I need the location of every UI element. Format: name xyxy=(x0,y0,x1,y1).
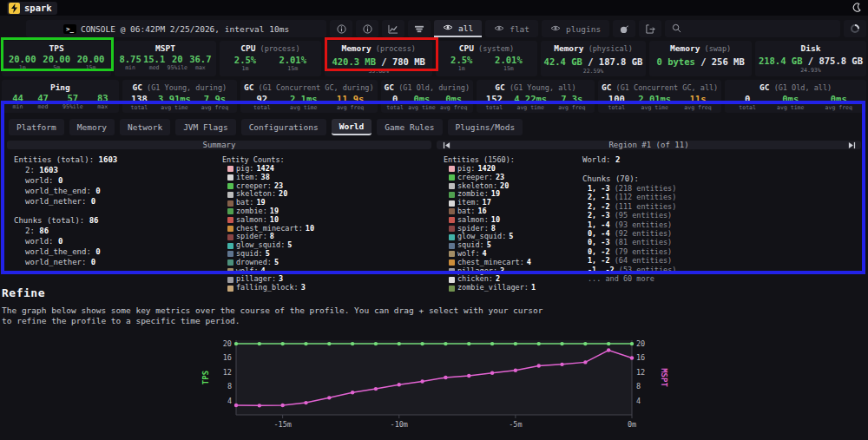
totals-row: 2: 1603 xyxy=(14,165,222,175)
flame-graph-button[interactable] xyxy=(408,20,431,37)
stat-label: total xyxy=(608,104,626,111)
view-toggle-all-label: all xyxy=(458,23,473,33)
stat-value: 0 xyxy=(392,94,398,104)
entity-row: zombie_villager: 1 xyxy=(444,284,582,292)
stat-total-value: / 875.8 GB xyxy=(802,56,863,66)
tab-jvm-flags[interactable]: JVM Flags xyxy=(175,119,235,135)
stat-cell: 0msavg freq xyxy=(440,94,467,111)
glow_squid-icon xyxy=(227,243,233,249)
svg-text:12: 12 xyxy=(636,368,645,377)
stat-value: 0ms xyxy=(782,94,799,104)
metadata-button[interactable] xyxy=(356,20,378,37)
world-totals-list: Entities (total): 16032: 1603world: 0wor… xyxy=(14,154,222,292)
skip-previous-icon[interactable] xyxy=(438,141,454,149)
region-chunks-column: World: 2 Chunks (70): 1, -3 (218 entitie… xyxy=(582,154,858,292)
stat-widget-title: TPS xyxy=(5,43,108,53)
stat-cell: 3.91msavg time xyxy=(158,94,191,111)
zombie-icon xyxy=(227,208,233,214)
chest_minecart-icon xyxy=(227,226,233,232)
search-input[interactable] xyxy=(687,24,833,34)
stat-widget-title: MSPT xyxy=(118,43,212,53)
stat-value: 138 xyxy=(131,94,148,104)
stat-widget-memory-physical-: Memory (physical)42.4 GB / 187.8 GB22.59… xyxy=(541,41,647,76)
tab-world[interactable]: World xyxy=(332,119,372,135)
region-panel-title: Region #1 (of 11) xyxy=(437,141,861,149)
chunk-row: 2, -2 (111 entities) xyxy=(582,202,858,211)
tab-plugins-mods[interactable]: Plugins/Mods xyxy=(448,119,523,135)
stat-value: 4.22ms xyxy=(514,94,547,104)
totals-row: world_the_end: 0 xyxy=(14,186,222,196)
stat-widget-title: Memory (process) xyxy=(328,43,429,54)
top-bar: spark xyxy=(0,0,868,16)
totals-row: world_the_end: 0 xyxy=(14,246,222,257)
svg-text:TPS: TPS xyxy=(201,371,210,384)
stat-title-text: GC xyxy=(495,82,504,92)
chunk-row: 0, -2 (79 entities) xyxy=(582,247,858,256)
view-toggle-flat[interactable]: flat xyxy=(485,20,538,37)
stat-label: min xyxy=(125,64,135,71)
bomb-button[interactable] xyxy=(613,20,635,37)
stat-widget-title: GC (G1 Old, all) xyxy=(728,82,863,93)
stat-label: avg time xyxy=(290,104,317,111)
eye-icon xyxy=(443,23,453,33)
stat-widget-title: Disk xyxy=(759,43,863,53)
stat-title-suffix: (physical) xyxy=(584,44,633,53)
view-toggle-plugins[interactable]: plugins xyxy=(542,20,609,37)
tab-platform[interactable]: Platform xyxy=(9,119,64,135)
stat-cell: 15.1med xyxy=(143,54,165,71)
metrics-chart-svg[interactable]: 4488121216162020-15m-10m-5m0mTPSMSPT xyxy=(200,330,668,437)
search-icon xyxy=(672,23,681,35)
stat-widget-ping: Ping44min47med5795%ile83max xyxy=(2,80,119,113)
line-chart-button[interactable] xyxy=(382,20,404,37)
stat-cell: 0msavg freq xyxy=(825,94,852,111)
totals-heading: Entities (total): 1603 xyxy=(14,154,222,165)
stat-value: 20.00 xyxy=(77,54,105,64)
moon-icon[interactable] xyxy=(852,3,861,14)
stat-cell: 5795%ile xyxy=(62,93,82,110)
stat-widget-title: CPU (process) xyxy=(223,43,318,54)
stat-cell: 11.9savg freq xyxy=(337,94,365,111)
info-button[interactable] xyxy=(330,20,352,37)
stat-widget-gc-g1-young-all-: GC (G1 Young, all)152total4.22msavg time… xyxy=(477,80,595,113)
stat-label: 15m xyxy=(86,64,96,71)
region-chunks-heading: Chunks (70): xyxy=(582,174,858,184)
stat-total-value: / 187.8 GB xyxy=(582,56,643,67)
stat-value: 0ms xyxy=(831,94,847,104)
tab-configurations[interactable]: Configurations xyxy=(241,119,326,135)
stat-cell: 2.5%1m xyxy=(450,55,472,72)
stat-title-suffix: (G1 Concurrent GC, during) xyxy=(253,83,373,92)
stat-cell: 20.0015m xyxy=(77,54,105,71)
stat-widget-title: Memory (swap) xyxy=(653,43,747,54)
entity-counts-list: Entity Counts: pig: 1424item: 38creeper:… xyxy=(222,154,428,292)
stat-widget-title: GC (G1 Concurrent GC, all) xyxy=(602,82,718,93)
stat-label: avg time xyxy=(161,104,187,111)
tab-memory[interactable]: Memory xyxy=(69,119,115,135)
stat-label: 95%ile xyxy=(62,103,82,110)
app-logo[interactable]: spark xyxy=(7,2,57,15)
stat-value: 57 xyxy=(68,93,79,103)
tab-game-rules[interactable]: Game Rules xyxy=(377,119,442,135)
stat-value: 3.91ms xyxy=(158,94,191,104)
chunk-entity-count: (64 entities) xyxy=(610,256,673,265)
item-icon xyxy=(227,174,233,181)
stat-widget-memory-swap-: Memory (swap)0 bytes / 256 MB xyxy=(649,41,751,76)
stat-label: med xyxy=(38,103,49,110)
chest_minecart-icon xyxy=(449,259,455,266)
stat-title-suffix: (swap) xyxy=(700,44,731,53)
tab-network[interactable]: Network xyxy=(120,119,170,135)
stat-cell: 100total xyxy=(608,94,626,111)
entity-row: falling_block: 3 xyxy=(222,284,428,292)
stat-value: 2.5% xyxy=(450,55,472,65)
export-button[interactable] xyxy=(639,20,661,37)
creeper-icon xyxy=(227,183,233,189)
stat-label: 1m xyxy=(242,65,249,72)
stat-title-suffix: (process) xyxy=(255,44,299,53)
stat-widget-gc-g1-old-during-: GC (G1 Old, during)0total0msavg time0msa… xyxy=(381,80,473,113)
skip-next-icon[interactable] xyxy=(844,141,859,149)
stat-value: 20.00 xyxy=(9,54,36,64)
view-toggle-all[interactable]: all xyxy=(434,20,482,37)
metrics-chart[interactable]: 4488121216162020-15m-10m-5m0mTPSMSPT xyxy=(200,330,668,439)
chunk-row: 2, -3 (95 entities) xyxy=(582,211,858,220)
stat-value: 47 xyxy=(37,93,49,103)
search-bar[interactable] xyxy=(665,20,840,37)
